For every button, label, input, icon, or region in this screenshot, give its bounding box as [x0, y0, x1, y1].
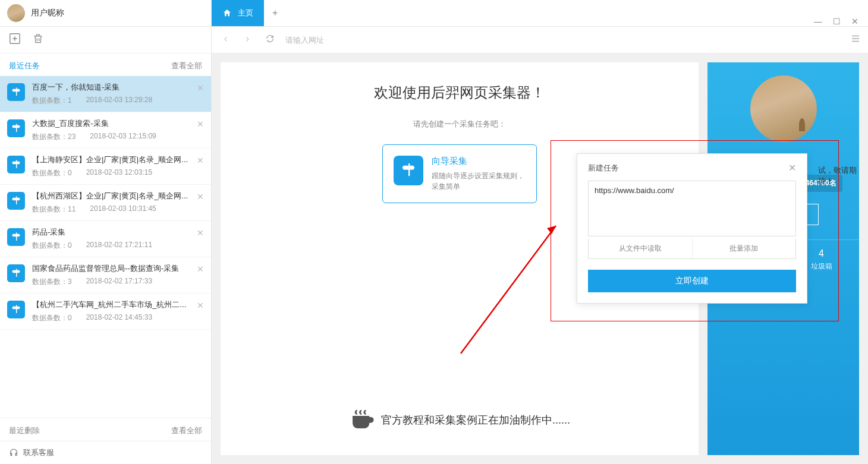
task-meta: 数据条数：02018-02-03 12:03:15 — [32, 168, 204, 178]
workspace: 欢迎使用后羿网页采集器！ 请先创建一个采集任务吧： 向导采集 跟随向导逐步设置采… — [212, 53, 868, 464]
task-count: 数据条数：23 — [32, 132, 76, 142]
task-title: 【杭州西湖区】企业|厂家|黄页|名录_顺企网... — [32, 191, 204, 201]
maximize-button[interactable]: ☐ — [833, 17, 841, 26]
task-close-button[interactable]: ✕ — [197, 83, 204, 93]
task-close-button[interactable]: ✕ — [197, 156, 204, 165]
task-body: 百度一下，你就知道-采集数据条数：12018-02-03 13:29:28 — [32, 82, 204, 106]
headset-icon — [9, 448, 18, 457]
batch-add-button[interactable]: 批量添加 — [692, 239, 796, 258]
task-title: 百度一下，你就知道-采集 — [32, 82, 204, 93]
task-meta: 数据条数：32018-02-02 17:17:33 — [32, 277, 204, 287]
task-close-button[interactable]: ✕ — [197, 301, 204, 310]
task-title: 【上海静安区】企业|厂家|黄页|名录_顺企网... — [32, 154, 204, 165]
url-input[interactable] — [588, 181, 796, 236]
new-task-dialog: 新建任务 ✕ 从文件中读取 批量添加 立即创建 — [577, 153, 807, 304]
tab-home[interactable]: 主页 — [212, 0, 264, 26]
load-from-file-button[interactable]: 从文件中读取 — [589, 239, 692, 258]
create-now-button[interactable]: 立即创建 — [588, 270, 796, 292]
delete-icon[interactable] — [32, 33, 44, 47]
contact-support[interactable]: 联系客服 — [0, 441, 211, 464]
signpost-icon — [7, 156, 25, 173]
sidebar: 最近任务 查看全部 百度一下，你就知道-采集数据条数：12018-02-03 1… — [0, 27, 212, 464]
wizard-card[interactable]: 向导采集 跟随向导逐步设置采集规则，采集简单 — [382, 144, 537, 203]
dialog-title: 新建任务 — [588, 163, 619, 173]
task-item[interactable]: 大数据_百度搜索-采集数据条数：232018-02-03 12:15:09✕ — [0, 112, 211, 149]
task-body: 国家食品药品监督管理总局--数据查询-采集数据条数：32018-02-02 17… — [32, 263, 204, 287]
coffee-icon — [349, 406, 375, 434]
task-item[interactable]: 【杭州二手汽车网_杭州二手车市场_杭州二...数据条数：02018-02-02 … — [0, 293, 211, 330]
task-item[interactable]: 【杭州西湖区】企业|厂家|黄页|名录_顺企网...数据条数：112018-02-… — [0, 185, 211, 221]
task-close-button[interactable]: ✕ — [197, 264, 204, 274]
task-count: 数据条数：0 — [32, 313, 72, 323]
address-input[interactable] — [285, 36, 843, 45]
contact-support-label: 联系客服 — [23, 447, 54, 458]
sidebar-header: 用户昵称 — [0, 0, 212, 26]
dialog-header: 新建任务 ✕ — [588, 162, 796, 173]
task-title: 【杭州二手汽车网_杭州二手车市场_杭州二... — [32, 299, 204, 310]
tab-add-button[interactable]: + — [264, 0, 286, 26]
task-list: 百度一下，你就知道-采集数据条数：12018-02-03 13:29:28✕大数… — [0, 76, 211, 418]
task-item[interactable]: 国家食品药品监督管理总局--数据查询-采集数据条数：32018-02-02 17… — [0, 257, 211, 293]
section-title: 最近任务 — [9, 61, 40, 71]
menu-button[interactable] — [850, 33, 861, 46]
task-body: 【杭州西湖区】企业|厂家|黄页|名录_顺企网...数据条数：112018-02-… — [32, 191, 204, 214]
task-count: 数据条数：3 — [32, 277, 72, 287]
tab-home-label: 主页 — [238, 8, 253, 18]
dialog-secondary-actions: 从文件中读取 批量添加 — [588, 239, 796, 259]
task-time: 2018-02-02 17:21:11 — [86, 241, 152, 251]
signpost-icon — [7, 119, 25, 137]
welcome-subtitle: 请先创建一个采集任务吧： — [413, 119, 506, 130]
avatar-large[interactable] — [750, 75, 817, 142]
task-item[interactable]: 【上海静安区】企业|厂家|黄页|名录_顺企网...数据条数：02018-02-0… — [0, 149, 211, 185]
signpost-icon — [7, 192, 25, 210]
sidebar-toolbar — [0, 27, 211, 53]
task-body: 药品-采集数据条数：02018-02-02 17:21:11 — [32, 227, 204, 251]
address-bar — [212, 27, 868, 53]
footer-text: 官方教程和采集案例正在加油制作中...... — [381, 413, 570, 427]
reload-button[interactable] — [262, 34, 278, 46]
avatar-small[interactable] — [7, 4, 25, 22]
dialog-close-button[interactable]: ✕ — [788, 162, 796, 173]
view-all-link[interactable]: 查看全部 — [171, 61, 202, 71]
task-time: 2018-02-03 12:15:09 — [90, 132, 156, 142]
signpost-icon — [394, 156, 423, 185]
task-meta: 数据条数：02018-02-02 17:21:11 — [32, 241, 204, 251]
minimize-button[interactable]: — — [814, 17, 822, 26]
new-task-icon[interactable] — [8, 32, 21, 48]
main-wrap: 最近任务 查看全部 百度一下，你就知道-采集数据条数：12018-02-03 1… — [0, 27, 868, 464]
welcome-title: 欢迎使用后羿网页采集器！ — [374, 83, 545, 102]
task-body: 【杭州二手汽车网_杭州二手车市场_杭州二...数据条数：02018-02-02 … — [32, 299, 204, 323]
hidden-card-text: 试，敬请期待！ — [818, 165, 868, 187]
task-time: 2018-02-03 13:29:28 — [86, 96, 152, 106]
task-item[interactable]: 药品-采集数据条数：02018-02-02 17:21:11✕ — [0, 221, 211, 257]
recent-deleted-header: 最近删除 查看全部 — [0, 418, 211, 441]
back-button[interactable] — [219, 34, 233, 45]
task-close-button[interactable]: ✕ — [197, 192, 204, 201]
mode-cards: 向导采集 跟随向导逐步设置采集规则，采集简单 — [382, 144, 537, 203]
recent-tasks-header: 最近任务 查看全部 — [0, 53, 211, 76]
task-body: 大数据_百度搜索-采集数据条数：232018-02-03 12:15:09 — [32, 118, 204, 142]
task-close-button[interactable]: ✕ — [197, 119, 204, 129]
task-count: 数据条数：11 — [32, 204, 76, 214]
content: 欢迎使用后羿网页采集器！ 请先创建一个采集任务吧： 向导采集 跟随向导逐步设置采… — [212, 27, 868, 464]
task-item[interactable]: 百度一下，你就知道-采集数据条数：12018-02-03 13:29:28✕ — [0, 76, 211, 112]
task-meta: 数据条数：232018-02-03 12:15:09 — [32, 132, 204, 142]
task-title: 药品-采集 — [32, 227, 204, 238]
close-button[interactable]: ✕ — [851, 17, 858, 26]
view-all-deleted-link[interactable]: 查看全部 — [171, 425, 202, 436]
task-title: 国家食品药品监督管理总局--数据查询-采集 — [32, 263, 204, 274]
window-header: 用户昵称 主页 + — ☐ ✕ — [0, 0, 868, 27]
signpost-icon — [7, 83, 25, 101]
task-meta: 数据条数：02018-02-02 14:45:33 — [32, 313, 204, 323]
task-count: 数据条数：1 — [32, 96, 72, 106]
signpost-icon — [7, 264, 25, 282]
home-icon — [222, 8, 232, 18]
task-time: 2018-02-03 12:03:15 — [86, 168, 152, 178]
task-meta: 数据条数：112018-02-03 10:31:45 — [32, 204, 204, 214]
task-time: 2018-02-02 14:45:33 — [86, 313, 152, 323]
task-close-button[interactable]: ✕ — [197, 228, 204, 238]
wizard-card-body: 向导采集 跟随向导逐步设置采集规则，采集简单 — [432, 156, 526, 192]
wizard-card-desc: 跟随向导逐步设置采集规则，采集简单 — [432, 171, 526, 192]
forward-button[interactable] — [240, 34, 254, 45]
task-time: 2018-02-03 10:31:45 — [90, 204, 156, 214]
